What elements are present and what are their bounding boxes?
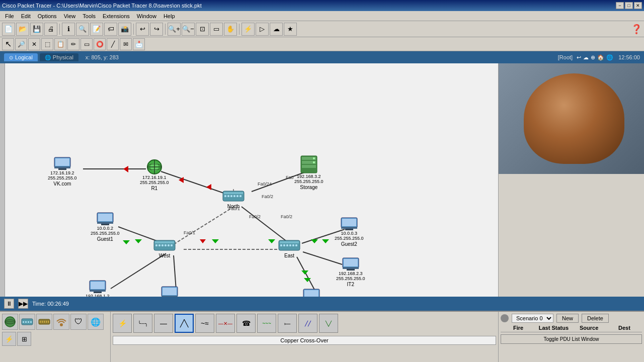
menu-tools[interactable]: Tools	[79, 13, 99, 20]
delete-tool[interactable]: ✕	[28, 38, 40, 50]
menu-help[interactable]: Help	[160, 13, 178, 20]
line-tool[interactable]: ╱	[107, 38, 119, 50]
console-conn[interactable]: ╰─╮	[133, 314, 152, 333]
zoom-in-button[interactable]: 🔍+	[168, 23, 181, 36]
draw-tool[interactable]: ✏	[67, 38, 79, 50]
zoom-out-button[interactable]: 🔍−	[182, 23, 195, 36]
ellipse-tool[interactable]: ⭕	[94, 38, 106, 50]
nav-icon4[interactable]: 🏠	[597, 54, 604, 61]
node-it2[interactable]: 192.168.2.3 255.255.255.0 IT2	[336, 257, 365, 287]
note-tool[interactable]: 📋	[54, 38, 66, 50]
west-label: West	[159, 253, 171, 258]
menu-view[interactable]: View	[61, 13, 79, 20]
menu-window[interactable]: Window	[134, 13, 159, 20]
pause-button[interactable]: ⏸	[4, 299, 14, 309]
menu-extensions[interactable]: Extensions	[100, 13, 133, 20]
node-storage[interactable]: 192.168.3.2 255.255.255.0 Storage	[294, 155, 324, 190]
note-button[interactable]: 📝	[90, 23, 103, 36]
router-device[interactable]	[2, 314, 18, 330]
connection-overlay: Fa0/24 Fa0/2 Fa0/1 Fa0 Fa0/1 Fa0/2 Fa0/2	[5, 63, 498, 297]
pdu-tool[interactable]: 📩	[133, 38, 145, 50]
delete-pdu-button[interactable]: Delete	[582, 314, 609, 323]
menu-file[interactable]: File	[2, 13, 17, 20]
svg-rect-32	[54, 166, 70, 168]
scenario-select[interactable]: Scenario 0	[512, 314, 553, 323]
node-it1[interactable]: 192.168.2.2 255.255.255.0 IT1	[155, 286, 184, 297]
rect-zoom-button[interactable]: ▭	[210, 23, 223, 36]
svg-text:Fa0/24: Fa0/24	[258, 182, 272, 187]
lightning-tool[interactable]: ⚡	[2, 332, 16, 346]
switch-device[interactable]	[19, 314, 35, 330]
usb-conn[interactable]: ⟝	[278, 314, 297, 333]
label-button[interactable]: 🏷	[104, 23, 117, 36]
network-canvas[interactable]: Fa0/24 Fa0/2 Fa0/1 Fa0 Fa0/1 Fa0/2 Fa0/2…	[5, 63, 498, 297]
node-manager1[interactable]: 192.168.1.2 255.255.255.0 Manager1	[83, 280, 112, 297]
security-device[interactable]: 🛡	[70, 314, 87, 330]
node-guest2[interactable]: 10.0.0.3 255.255.255.0 Guest2	[335, 217, 364, 247]
zoom-fit-button[interactable]: ⊡	[196, 23, 209, 36]
titlebar-controls: − □ ✕	[616, 2, 642, 9]
pdu-button[interactable]: ⚡	[242, 23, 255, 36]
close-button[interactable]: ✕	[634, 2, 642, 9]
help-icon[interactable]: ❓	[631, 24, 642, 35]
node-north[interactable]: North	[222, 189, 245, 209]
toggle-pdu-button[interactable]: Toggle PDU List Window	[501, 334, 642, 344]
rect-tool[interactable]: ▭	[80, 38, 93, 50]
inspect-tool[interactable]: ⬚	[41, 38, 53, 50]
new-button[interactable]: 📄	[2, 23, 15, 36]
svg-marker-16	[135, 239, 142, 243]
node-guest1[interactable]: 10.0.0.2 255.255.255.0 Guest1	[91, 212, 120, 242]
msg-tool[interactable]: ✉	[120, 38, 132, 50]
nav-icon1[interactable]: ↩	[577, 54, 581, 61]
logical-tab-label: Logical	[15, 54, 33, 60]
save-button[interactable]: 💾	[30, 23, 43, 36]
octal-conn[interactable]: ╱╱	[298, 314, 317, 333]
nav-icon2[interactable]: ☁	[583, 54, 589, 61]
custom-button[interactable]: ★	[284, 23, 297, 36]
search-tool[interactable]: 🔎	[15, 38, 27, 50]
open-button[interactable]: 📂	[16, 23, 29, 36]
play-button[interactable]: ▶▶	[18, 299, 28, 309]
minimize-button[interactable]: −	[616, 2, 624, 9]
hub-device[interactable]	[36, 314, 52, 330]
node-west[interactable]: West	[153, 238, 176, 258]
sim-button[interactable]: ▷	[256, 23, 269, 36]
crossover-conn active[interactable]: ╱╲	[175, 314, 194, 333]
new-pdu-button[interactable]: New	[556, 314, 579, 323]
straight-conn[interactable]: —	[154, 314, 173, 333]
svg-rect-74	[98, 214, 112, 221]
menu-edit[interactable]: Edit	[18, 13, 34, 20]
phone-conn[interactable]: ☎	[236, 314, 256, 333]
select-tool[interactable]: ↖	[2, 38, 14, 50]
logical-tab[interactable]: ⊙ Logical	[4, 53, 38, 61]
node-vkcom[interactable]: 172.16.19.2 255.255.255.0 VK.com	[48, 156, 77, 187]
svg-rect-89	[347, 269, 355, 270]
cloud-button[interactable]: ☁	[270, 23, 283, 36]
snapshot-button[interactable]: 📸	[118, 23, 131, 36]
green-conn[interactable]: ╲╱	[319, 314, 338, 333]
redo-button[interactable]: ↪	[150, 23, 163, 36]
svg-point-109	[60, 323, 63, 326]
menu-options[interactable]: Options	[35, 13, 60, 20]
undo-button[interactable]: ↩	[136, 23, 149, 36]
nav-icon5[interactable]: 🌐	[606, 54, 613, 61]
wireless-device[interactable]	[53, 314, 69, 330]
hand-button[interactable]: ✋	[224, 23, 237, 36]
node-r1[interactable]: 172.16.19.1 255.255.255.0 R1	[140, 159, 169, 191]
node-manager2[interactable]: 192.168.1.3 255.255.255.0 Manager2	[297, 288, 326, 297]
svg-rect-94	[304, 290, 318, 297]
inspect-button[interactable]: 🔍	[76, 23, 89, 36]
coax-conn[interactable]: ~~~	[257, 314, 276, 333]
maximize-button[interactable]: □	[625, 2, 633, 9]
serial-conn[interactable]: —✕—	[216, 314, 235, 333]
physical-tab[interactable]: 🌐 Physical	[40, 53, 78, 61]
wan-device[interactable]: 🌐	[88, 314, 104, 330]
node-east[interactable]: East	[278, 238, 300, 258]
lightning-conn[interactable]: ⚡	[113, 314, 132, 333]
info-button[interactable]: ℹ	[62, 23, 75, 36]
grid-tool[interactable]: ⊞	[17, 332, 31, 346]
fiber-conn[interactable]: ~≈	[195, 314, 214, 333]
nav-icon3[interactable]: ⊕	[591, 54, 595, 61]
print-button[interactable]: 🖨	[44, 23, 57, 36]
titlebar: Cisco Packet Tracer - C:\Users\Marvin\Ci…	[0, 0, 644, 11]
